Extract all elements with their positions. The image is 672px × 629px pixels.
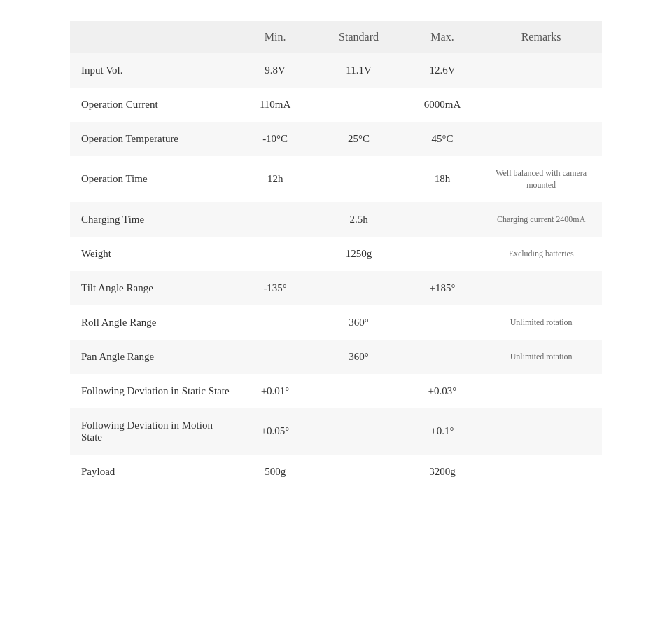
cell-spec: Input Vol. xyxy=(70,53,237,88)
cell-standard: 2.5h xyxy=(313,202,404,237)
cell-standard xyxy=(313,271,404,305)
cell-max: ±0.1° xyxy=(405,408,481,455)
cell-spec: Operation Time xyxy=(70,156,237,202)
cell-spec: Operation Current xyxy=(70,88,237,122)
cell-min: 110mA xyxy=(237,88,314,122)
cell-min: ±0.01° xyxy=(237,374,314,408)
cell-standard xyxy=(313,156,404,202)
cell-max: 18h xyxy=(405,156,481,202)
cell-standard xyxy=(313,374,404,408)
table-row: Weight1250gExcluding batteries xyxy=(70,237,602,271)
table-row: Pan Angle Range360°Unlimited rotation xyxy=(70,340,602,374)
cell-min xyxy=(237,305,314,340)
cell-standard xyxy=(313,88,404,122)
table-row: Operation Time12h18hWell balanced with c… xyxy=(70,156,602,202)
cell-max: +185° xyxy=(405,271,481,305)
cell-spec: Payload xyxy=(70,455,237,489)
table-row: Charging Time2.5hCharging current 2400mA xyxy=(70,202,602,237)
cell-min xyxy=(237,237,314,271)
cell-standard xyxy=(313,408,404,455)
cell-min xyxy=(237,202,314,237)
table-row: Following Deviation in Motion State±0.05… xyxy=(70,408,602,455)
cell-standard: 25°C xyxy=(313,122,404,156)
cell-max: 45°C xyxy=(405,122,481,156)
cell-standard: 360° xyxy=(313,305,404,340)
table-row: Payload500g3200g xyxy=(70,455,602,489)
cell-remarks: Well balanced with camera mounted xyxy=(480,156,602,202)
cell-standard: 11.1V xyxy=(313,53,404,88)
table-row: Operation Current110mA6000mA xyxy=(70,88,602,122)
table-row: Tilt Angle Range-135°+185° xyxy=(70,271,602,305)
cell-remarks: Unlimited rotation xyxy=(480,305,602,340)
cell-min: -135° xyxy=(237,271,314,305)
header-standard: Standard xyxy=(313,21,404,53)
cell-max: 3200g xyxy=(405,455,481,489)
table-row: Operation Temperature-10°C25°C45°C xyxy=(70,122,602,156)
cell-standard xyxy=(313,455,404,489)
table-row: Roll Angle Range360°Unlimited rotation xyxy=(70,305,602,340)
cell-remarks xyxy=(480,88,602,122)
cell-remarks: Unlimited rotation xyxy=(480,340,602,374)
specs-table: Min. Standard Max. Remarks Input Vol.9.8… xyxy=(70,21,602,489)
cell-max: 12.6V xyxy=(405,53,481,88)
header-remarks: Remarks xyxy=(480,21,602,53)
cell-spec: Tilt Angle Range xyxy=(70,271,237,305)
cell-min xyxy=(237,340,314,374)
cell-max xyxy=(405,340,481,374)
cell-remarks: Excluding batteries xyxy=(480,237,602,271)
header-min: Min. xyxy=(237,21,314,53)
cell-spec: Following Deviation in Motion State xyxy=(70,408,237,455)
cell-spec: Operation Temperature xyxy=(70,122,237,156)
cell-spec: Following Deviation in Static State xyxy=(70,374,237,408)
cell-min: -10°C xyxy=(237,122,314,156)
cell-min: ±0.05° xyxy=(237,408,314,455)
cell-standard: 1250g xyxy=(313,237,404,271)
table-row: Following Deviation in Static State±0.01… xyxy=(70,374,602,408)
cell-min: 12h xyxy=(237,156,314,202)
cell-max: 6000mA xyxy=(405,88,481,122)
cell-spec: Charging Time xyxy=(70,202,237,237)
cell-max xyxy=(405,202,481,237)
cell-remarks xyxy=(480,408,602,455)
header-max: Max. xyxy=(405,21,481,53)
cell-remarks xyxy=(480,122,602,156)
header-spec xyxy=(70,21,237,53)
specs-table-wrapper: Min. Standard Max. Remarks Input Vol.9.8… xyxy=(70,21,602,489)
cell-max xyxy=(405,237,481,271)
cell-remarks xyxy=(480,455,602,489)
cell-remarks xyxy=(480,53,602,88)
cell-spec: Pan Angle Range xyxy=(70,340,237,374)
cell-remarks xyxy=(480,374,602,408)
table-row: Input Vol.9.8V11.1V12.6V xyxy=(70,53,602,88)
cell-standard: 360° xyxy=(313,340,404,374)
cell-max xyxy=(405,305,481,340)
cell-min: 9.8V xyxy=(237,53,314,88)
cell-min: 500g xyxy=(237,455,314,489)
cell-spec: Weight xyxy=(70,237,237,271)
cell-max: ±0.03° xyxy=(405,374,481,408)
table-header-row: Min. Standard Max. Remarks xyxy=(70,21,602,53)
cell-remarks xyxy=(480,271,602,305)
cell-spec: Roll Angle Range xyxy=(70,305,237,340)
cell-remarks: Charging current 2400mA xyxy=(480,202,602,237)
